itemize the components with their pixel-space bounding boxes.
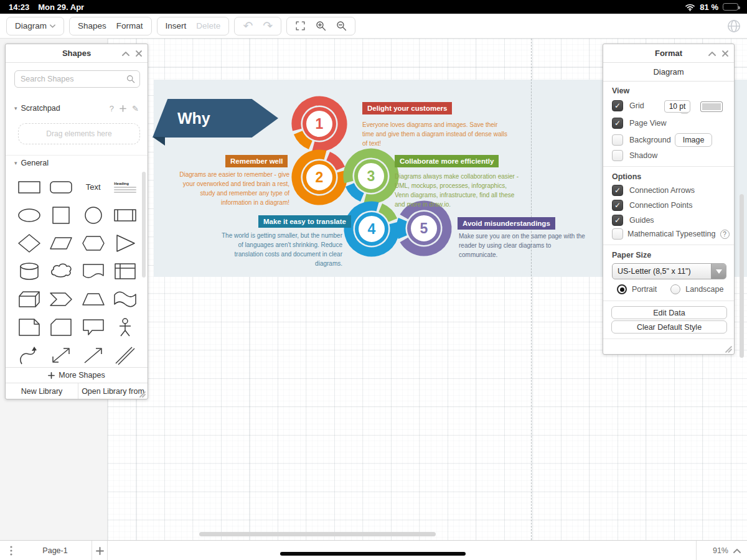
step-circle-1[interactable]: 1 <box>303 107 336 141</box>
zoom-level-control[interactable]: 91% <box>696 541 741 560</box>
item-2-header[interactable]: Remember well <box>225 155 288 167</box>
page-break-line <box>531 39 532 540</box>
collapse-panel-icon[interactable] <box>708 50 716 57</box>
shape-textbox[interactable]: Heading <box>110 174 140 200</box>
pages-menu-icon[interactable] <box>4 541 19 560</box>
shape-square[interactable] <box>46 202 76 228</box>
connection-points-checkbox[interactable]: ✓ <box>612 200 623 211</box>
shape-circle[interactable] <box>78 202 108 228</box>
portrait-radio[interactable] <box>617 284 627 294</box>
delete-button[interactable]: Delete <box>196 21 220 30</box>
shape-parallelogram[interactable] <box>46 230 76 256</box>
step-circle-5[interactable]: 5 <box>407 212 441 245</box>
open-library-button[interactable]: Open Library from <box>78 383 148 399</box>
tab-page-1[interactable]: Page-1 <box>19 541 92 560</box>
shape-process[interactable] <box>110 202 140 228</box>
grid-checkbox[interactable]: ✓ <box>612 100 623 111</box>
scratchpad-dropzone[interactable]: Drag elements here <box>18 123 140 144</box>
page-view-checkbox[interactable]: ✓ <box>612 118 623 129</box>
item-5-header[interactable]: Avoid misunderstandings <box>458 217 555 230</box>
new-library-button[interactable]: New Library <box>6 383 78 399</box>
shape-note[interactable] <box>14 314 44 340</box>
diagram-menu-button[interactable]: Diagram <box>15 21 55 30</box>
shapes-panel-scrollbar[interactable] <box>142 172 146 278</box>
shape-rectangle[interactable] <box>14 174 44 200</box>
shape-cylinder[interactable] <box>14 258 44 284</box>
search-shapes-input[interactable] <box>14 70 140 88</box>
fullscreen-icon[interactable] <box>295 21 306 31</box>
redo-icon[interactable]: ↷ <box>263 20 273 32</box>
shadow-label: Shadow <box>629 151 657 160</box>
item-3-header[interactable]: Collaborate more efficiently <box>395 155 499 167</box>
shape-callout[interactable] <box>78 314 108 340</box>
close-panel-icon[interactable] <box>721 50 729 57</box>
item-4-header[interactable]: Make it easy to translate <box>258 215 351 228</box>
shapes-toggle-button[interactable]: Shapes <box>78 21 106 30</box>
edit-data-button[interactable]: Edit Data <box>611 306 727 319</box>
close-panel-icon[interactable] <box>135 50 143 57</box>
grid-size-input[interactable] <box>664 100 690 113</box>
connection-points-label: Connection Points <box>629 201 692 210</box>
paper-size-dropdown[interactable]: US-Letter (8,5" x 11") <box>612 263 726 279</box>
shape-document[interactable] <box>78 258 108 284</box>
math-typesetting-checkbox[interactable]: ✓ <box>612 228 623 240</box>
step-circle-2[interactable]: 2 <box>303 161 336 194</box>
vertical-scrollbar[interactable] <box>740 194 744 358</box>
shape-card[interactable] <box>46 314 76 340</box>
shadow-checkbox[interactable]: ✓ <box>612 150 623 161</box>
shape-text[interactable]: Text <box>78 174 108 200</box>
shape-cube[interactable] <box>14 286 44 312</box>
general-section-header[interactable]: ▾ General <box>6 155 148 170</box>
horizontal-scrollbar[interactable] <box>199 532 436 536</box>
shape-diamond[interactable] <box>14 230 44 256</box>
tab-diagram[interactable]: Diagram <box>603 63 734 82</box>
item-5-body[interactable]: Make sure you are on the same page with … <box>459 231 586 259</box>
shape-step[interactable] <box>46 286 76 312</box>
background-image-button[interactable]: Image <box>675 133 713 147</box>
landscape-radio[interactable] <box>670 284 680 294</box>
insert-button[interactable]: Insert <box>166 21 187 30</box>
connection-arrows-checkbox[interactable]: ✓ <box>612 185 623 196</box>
shape-cloud[interactable] <box>46 258 76 284</box>
resize-handle-icon[interactable] <box>725 346 732 353</box>
scratchpad-edit-icon[interactable]: ✎ <box>132 104 139 113</box>
shape-arrow[interactable] <box>78 342 108 368</box>
shape-ellipse[interactable] <box>14 202 44 228</box>
guides-checkbox[interactable]: ✓ <box>612 215 623 226</box>
step-circle-4[interactable]: 4 <box>355 212 388 246</box>
wifi-icon <box>685 3 695 11</box>
language-globe-icon[interactable] <box>727 19 741 33</box>
item-1-body[interactable]: Everyone loves diagrams and images. Save… <box>362 120 509 148</box>
scratchpad-add-icon[interactable] <box>120 105 126 112</box>
background-checkbox[interactable]: ✓ <box>612 134 623 146</box>
collapse-panel-icon[interactable] <box>122 50 129 57</box>
infographic-banner[interactable]: Why diagram? <box>153 99 278 138</box>
item-2-body[interactable]: Diagrams are easier to remember - give y… <box>174 170 289 207</box>
shape-tape[interactable] <box>110 286 140 312</box>
shape-link[interactable] <box>110 342 140 368</box>
format-toggle-button[interactable]: Format <box>116 21 143 30</box>
shape-triangle[interactable] <box>110 230 140 256</box>
shape-trapezoid[interactable] <box>78 286 108 312</box>
help-icon[interactable]: ? <box>720 230 730 239</box>
shape-hexagon[interactable] <box>78 230 108 256</box>
shape-rounded-rectangle[interactable] <box>46 174 76 200</box>
grid-color-swatch[interactable] <box>700 101 723 112</box>
item-4-body[interactable]: The world is getting smaller, but the nu… <box>219 231 342 268</box>
clear-default-style-button[interactable]: Clear Default Style <box>611 320 727 334</box>
zoom-out-icon[interactable] <box>336 21 347 31</box>
more-shapes-button[interactable]: More Shapes <box>6 367 148 383</box>
scratchpad-section-header[interactable]: ▾ Scratchpad ? ✎ <box>6 101 148 116</box>
add-page-button[interactable] <box>92 541 108 560</box>
scratchpad-help-icon[interactable]: ? <box>110 104 114 113</box>
item-1-header[interactable]: Delight your customers <box>362 102 452 114</box>
shape-actor[interactable] <box>110 314 140 340</box>
shape-internal-storage[interactable] <box>110 258 140 284</box>
step-circle-3[interactable]: 3 <box>354 159 388 193</box>
zoom-in-icon[interactable] <box>316 21 326 31</box>
shape-curve[interactable] <box>14 342 44 368</box>
shape-bidirectional-arrow[interactable] <box>46 342 76 368</box>
undo-icon[interactable]: ↶ <box>243 20 253 32</box>
item-3-body[interactable]: Diagrams always make collaboration easie… <box>395 172 522 209</box>
resize-handle-icon[interactable] <box>139 391 146 398</box>
